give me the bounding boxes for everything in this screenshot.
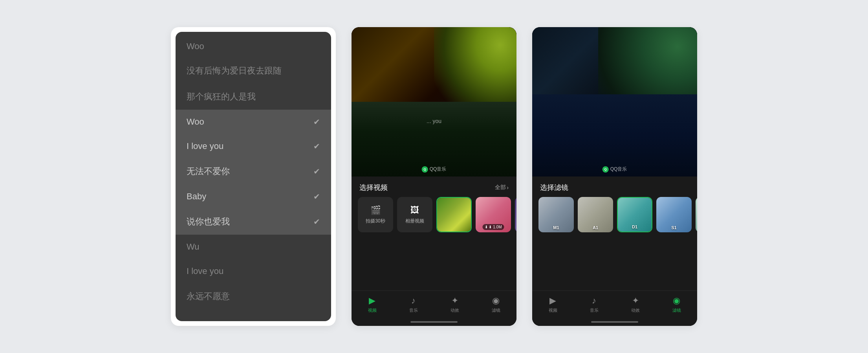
video-text-overlay: ... you [427, 118, 441, 124]
lyric-check-4: ✔ [313, 167, 320, 176]
video-preview-inner: ... you Q QQ音乐 [352, 27, 516, 176]
lyric-check-2: ✔ [313, 117, 320, 127]
lyric-text-3: I love you [187, 141, 223, 151]
filter-nav-effects[interactable]: ✦ 动效 [615, 296, 656, 313]
nav-music[interactable]: ♪ 音乐 [393, 296, 434, 313]
filter-nav-filter[interactable]: ◉ 滤镜 [656, 296, 697, 313]
filter-nav-video[interactable]: ▶ 视频 [532, 296, 573, 313]
filter-label-s1: S1 [671, 225, 676, 230]
thumb-img-2 [515, 197, 516, 232]
filter-home-indicator [591, 321, 638, 323]
filter-bottom-nav: ▶ 视频 ♪ 音乐 ✦ 动效 ◉ 滤镜 [532, 290, 697, 321]
lyric-row-6[interactable]: 说你也爱我 ✔ [176, 209, 331, 235]
video-bottom-section: 选择视频 全部 › 🎬 拍摄30秒 🖼 相册视频 [352, 176, 516, 326]
lyric-row-1[interactable]: 那个疯狂的人是我 [176, 84, 331, 110]
filter-video-nav-label: 视频 [549, 307, 557, 313]
lyrics-header: Woo [176, 32, 331, 58]
filter-effects-nav-icon: ✦ [632, 296, 639, 306]
section-title: 选择视频 [359, 183, 388, 192]
filter-video-bg-water [532, 94, 697, 176]
lyric-text-9: 永远不愿意 [187, 290, 230, 302]
filter-filter-nav-label: 滤镜 [672, 307, 681, 313]
photo-icon: 🖼 [410, 205, 419, 215]
video-thumb-2[interactable]: ⬇ [515, 197, 516, 232]
filter-music-nav-label: 音乐 [590, 307, 599, 313]
video-nav-label: 视频 [368, 307, 377, 313]
filter-video-nav-icon: ▶ [549, 296, 556, 306]
shoot-button[interactable]: 🎬 拍摄30秒 [358, 197, 393, 232]
filter-img-extra [696, 197, 697, 232]
qq-music-label: QQ音乐 [430, 166, 447, 173]
effects-nav-label: 动效 [450, 307, 459, 313]
section-header: 选择视频 全部 › [352, 176, 516, 197]
lyric-row-8[interactable]: I love you [176, 259, 331, 283]
filter-nav-label: 滤镜 [492, 307, 500, 313]
filter-thumb-m1[interactable]: M1 [538, 197, 574, 232]
bottom-nav: ▶ 视频 ♪ 音乐 ✦ 动效 ◉ 滤镜 [352, 290, 516, 321]
lyric-row-5[interactable]: Baby ✔ [176, 184, 331, 209]
album-button[interactable]: 🖼 相册视频 [397, 197, 432, 232]
filter-thumb-d1[interactable]: D1 [617, 197, 652, 232]
media-grid: 🎬 拍摄30秒 🖼 相册视频 ⬇ ⬇ 1.0M [352, 197, 516, 239]
filter-qq-watermark: Q QQ音乐 [602, 166, 627, 173]
lyric-row-0[interactable]: 没有后悔为爱日夜去跟随 [176, 58, 331, 84]
download-icon-1: ⬇ [485, 225, 488, 229]
lyric-text-7: Wu [187, 242, 200, 252]
qq-logo-icon: Q [422, 166, 428, 173]
filter-video-preview: Q QQ音乐 [532, 27, 697, 176]
lyric-check-3: ✔ [313, 142, 320, 151]
section-all[interactable]: 全部 › [495, 184, 509, 191]
video-preview: ... you Q QQ音乐 [352, 27, 516, 176]
filter-section-title: 选择滤镜 [540, 183, 568, 192]
music-nav-label: 音乐 [409, 307, 418, 313]
filter-label-m1: M1 [553, 225, 559, 230]
filter-bottom-section: 选择滤镜 M1 A1 D1 S1 [532, 176, 697, 326]
lyric-row-9[interactable]: 永远不愿意 [176, 283, 331, 309]
nav-video[interactable]: ▶ 视频 [352, 296, 393, 313]
lyric-text-1: 那个疯狂的人是我 [187, 91, 256, 103]
download-badge-1: ⬇ ⬇ 1.0M [482, 224, 504, 230]
video-panel: ... you Q QQ音乐 选择视频 全部 › 🎬 拍摄30秒 [352, 27, 516, 326]
filter-section-header: 选择滤镜 [532, 176, 697, 197]
lyrics-panel: Woo 没有后悔为爱日夜去跟随 那个疯狂的人是我 Woo ✔ I love yo… [171, 27, 336, 326]
qq-music-watermark: Q QQ音乐 [422, 166, 447, 173]
filter-qq-label: QQ音乐 [610, 166, 627, 173]
lyric-text-0: 没有后悔为爱日夜去跟随 [187, 65, 282, 77]
filter-effects-nav-label: 动效 [631, 307, 640, 313]
lyric-check-5: ✔ [313, 192, 320, 201]
lyric-text-6: 说你也爱我 [187, 216, 230, 228]
filter-nav-icon: ◉ [492, 296, 500, 306]
video-thumb-1[interactable]: ⬇ ⬇ 1.0M [476, 197, 511, 232]
camera-icon: 🎬 [370, 205, 381, 215]
filter-thumb-s1[interactable]: S1 [656, 197, 692, 232]
lyric-text-2: Woo [187, 117, 204, 127]
filter-label-a1: A1 [593, 225, 598, 230]
filter-panel: Q QQ音乐 选择滤镜 M1 A1 D1 [532, 27, 697, 326]
shoot-label: 拍摄30秒 [366, 218, 385, 224]
filter-qq-logo-icon: Q [602, 166, 609, 173]
lyric-row-3[interactable]: I love you ✔ [176, 134, 331, 158]
filter-thumb-a1[interactable]: A1 [578, 197, 613, 232]
lyric-text-4: 无法不爱你 [187, 165, 230, 177]
filter-nav-music[interactable]: ♪ 音乐 [573, 296, 615, 313]
filter-thumb-extra[interactable] [696, 197, 697, 232]
filter-filter-nav-icon: ◉ [673, 296, 680, 306]
lyric-text-8: I love you [187, 266, 223, 276]
thumb-img-0 [437, 198, 471, 232]
section-all-label: 全部 [495, 184, 506, 191]
lyric-row-2[interactable]: Woo ✔ [176, 110, 331, 134]
nav-effects[interactable]: ✦ 动效 [434, 296, 475, 313]
music-nav-icon: ♪ [411, 296, 416, 306]
video-thumb-0[interactable] [436, 197, 472, 232]
lyric-row-4[interactable]: 无法不爱你 ✔ [176, 158, 331, 184]
download-size-1: ⬇ 1.0M [489, 225, 502, 229]
video-nav-icon: ▶ [369, 296, 375, 306]
chevron-right-icon: › [507, 184, 509, 191]
filter-video-inner: Q QQ音乐 [532, 27, 697, 176]
nav-filter[interactable]: ◉ 滤镜 [475, 296, 516, 313]
effects-nav-icon: ✦ [451, 296, 458, 306]
lyric-text-5: Baby [187, 191, 206, 202]
lyric-row-7[interactable]: Wu [176, 235, 331, 259]
filter-music-nav-icon: ♪ [592, 296, 596, 306]
filter-grid: M1 A1 D1 S1 [532, 197, 697, 239]
